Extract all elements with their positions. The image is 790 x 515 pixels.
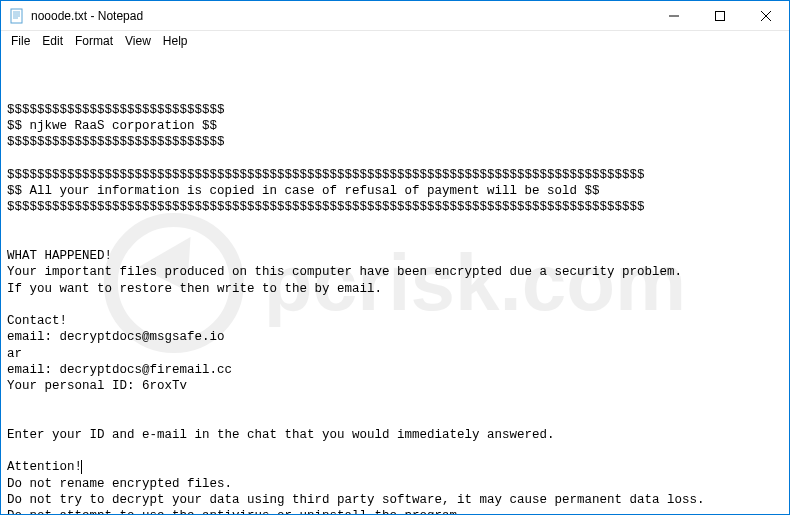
text-content: $$$$$$$$$$$$$$$$$$$$$$$$$$$$$ $$ njkwe R…: [7, 102, 783, 514]
notepad-icon: [9, 8, 25, 24]
window-title: nooode.txt - Notepad: [31, 9, 651, 23]
menu-view[interactable]: View: [119, 33, 157, 49]
notepad-window: nooode.txt - Notepad File Edit Format Vi…: [0, 0, 790, 515]
menu-file[interactable]: File: [5, 33, 36, 49]
close-button[interactable]: [743, 1, 789, 30]
titlebar: nooode.txt - Notepad: [1, 1, 789, 31]
window-controls: [651, 1, 789, 30]
menu-edit[interactable]: Edit: [36, 33, 69, 49]
text-area[interactable]: pcrisk.com $$$$$$$$$$$$$$$$$$$$$$$$$$$$$…: [1, 51, 789, 514]
svg-rect-6: [716, 11, 725, 20]
maximize-button[interactable]: [697, 1, 743, 30]
menu-format[interactable]: Format: [69, 33, 119, 49]
menu-help[interactable]: Help: [157, 33, 194, 49]
minimize-button[interactable]: [651, 1, 697, 30]
menubar: File Edit Format View Help: [1, 31, 789, 51]
